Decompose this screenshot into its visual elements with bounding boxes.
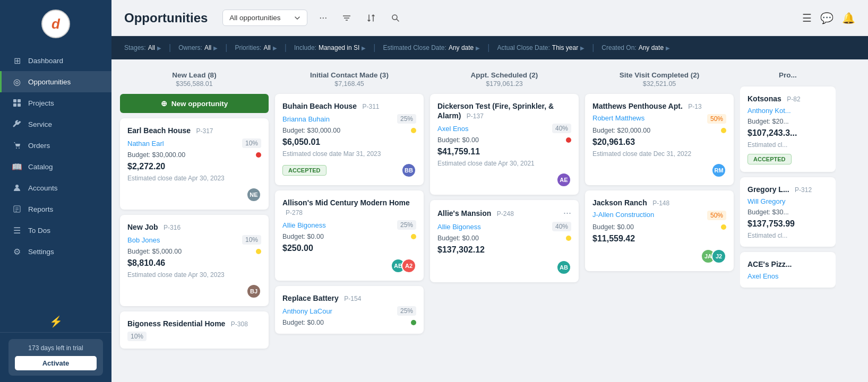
card-contact[interactable]: Nathan Earl (127, 140, 164, 147)
sidebar-item-accounts[interactable]: Accounts (0, 177, 111, 198)
card-amount: $8,810.46 (127, 258, 261, 268)
sidebar-item-projects[interactable]: Projects (0, 92, 111, 114)
card-budget: Budget: $30,000.00 (282, 127, 340, 134)
card-budget: Budget: $0.00 (282, 319, 324, 326)
sidebar-item-label: Reports (28, 205, 53, 213)
card-contact[interactable]: Anthony Kot... (747, 107, 828, 115)
card-aces-pizza: ACE's Pizz... Axel Enos (740, 252, 836, 288)
sidebar-item-reports[interactable]: Reports (0, 198, 111, 220)
avatar: AB (556, 260, 571, 275)
opportunities-icon: ◎ (12, 77, 22, 86)
service-icon (12, 119, 22, 129)
main-area: Opportunities All opportunities ··· ☰ 💬 … (111, 0, 868, 382)
svg-point-5 (19, 147, 20, 149)
search-icon (391, 13, 400, 23)
bell-icon[interactable]: 🔔 (842, 12, 855, 24)
card-budget: Budget: $30... (747, 209, 828, 216)
dashboard-icon: ⊞ (12, 56, 22, 65)
card-budget: Budget: $20... (747, 118, 828, 125)
avatar: RM (711, 163, 726, 178)
avatars: BJ (246, 284, 261, 299)
card-title: Jackson Ranch (592, 198, 647, 207)
filter-chip-created-on[interactable]: Created On: Any date ▶ (597, 42, 674, 54)
filter-chip-priorities[interactable]: Priorities: All ▶ (230, 42, 281, 54)
sidebar-item-service[interactable]: Service (0, 114, 111, 135)
card-amount: $107,243.3... (747, 128, 828, 138)
col-amount: $179,061.23 (430, 80, 579, 88)
kanban-area: New Lead (8) $356,588.01 ⊕ New opportuni… (111, 59, 868, 382)
card-title: Allison's Mid Century Modern Home (282, 198, 410, 207)
sort-button[interactable] (363, 11, 379, 25)
card-allison-mid-century: Allison's Mid Century Modern Home P-278 … (275, 190, 424, 281)
sidebar-item-catalog[interactable]: 📖 Catalog (0, 156, 111, 177)
avatars: AB (556, 260, 571, 275)
card-contact[interactable]: Will Gregory (747, 197, 828, 205)
col-amount: $32,521.05 (585, 80, 734, 88)
card-title: New Job (127, 223, 158, 231)
kanban-col-new-lead: New Lead (8) $356,588.01 ⊕ New opportuni… (120, 68, 269, 374)
card-amount: $250.00 (282, 244, 416, 253)
card-contact[interactable]: Robert Matthews (592, 114, 644, 124)
card-budget: Budget: $0.00 (437, 235, 479, 242)
avatars: AB A2 (391, 258, 416, 273)
filter-chip-stages[interactable]: Stages: All ▶ (120, 42, 166, 54)
card-id: P-82 (787, 96, 800, 103)
card-contact[interactable]: Brianna Buhain (282, 115, 330, 123)
card-title: Kotsonas (747, 94, 781, 103)
card-id: P-311 (362, 103, 379, 110)
card-pct: 50% (707, 211, 726, 220)
opportunities-filter-dropdown[interactable]: All opportunities (222, 10, 307, 26)
col-header-initial-contact: Initial Contact Made (3) $7,168.45 (275, 68, 424, 89)
filter-button[interactable] (339, 11, 355, 25)
card-contact[interactable]: J-Allen Construction (592, 211, 654, 220)
col-title: Pro... (740, 71, 836, 79)
filter-chip-actual-close[interactable]: Actual Close Date: This year ▶ (493, 42, 589, 54)
card-title: Buhain Beach House (282, 102, 357, 110)
card-amount: $2,272.20 (127, 162, 261, 171)
card-contact[interactable]: Bob Jones (127, 236, 160, 244)
filter-chip-owners[interactable]: Owners: All ▶ (174, 42, 222, 54)
card-kotsonas: Kotsonas P-82 Anthony Kot... Budget: $20… (740, 86, 836, 172)
card-title: Bigoness Residential Home (127, 319, 225, 328)
card-id: P-248 (497, 210, 514, 218)
filter-chip-est-close[interactable]: Estimated Close Date: Any date ▶ (379, 42, 484, 54)
sidebar: d ⊞ Dashboard ◎ Opportunities Projects S… (0, 0, 111, 382)
activate-button[interactable]: Activate (15, 356, 97, 370)
svg-point-6 (15, 185, 19, 188)
card-contact[interactable]: Anthony LaCour (282, 307, 332, 315)
card-pct: 10% (242, 138, 261, 148)
more-options-button[interactable]: ··· (316, 10, 330, 25)
settings-icon: ⚙ (12, 247, 22, 256)
avatar: NE (246, 187, 261, 202)
card-budget: Budget: $0.00 (592, 223, 634, 231)
card-date: Estimated cl... (747, 232, 828, 239)
col-amount: $7,168.45 (275, 80, 424, 88)
card-contact[interactable]: Axel Enos (747, 272, 828, 280)
card-menu-icon[interactable]: ··· (563, 207, 571, 219)
sidebar-item-settings[interactable]: ⚙ Settings (0, 241, 111, 262)
menu-icon[interactable]: ☰ (802, 12, 812, 24)
avatar: BB (401, 163, 416, 178)
status-dot (256, 249, 261, 254)
card-id: P-154 (344, 295, 361, 302)
search-button[interactable] (388, 11, 403, 25)
card-contact[interactable]: Allie Bigoness (437, 223, 481, 231)
card-buhain-beach-house: Buhain Beach House P-311 Brianna Buhain … (275, 94, 424, 185)
sidebar-item-label: Dashboard (28, 57, 63, 65)
card-pct: 25% (397, 220, 416, 230)
new-opp-label: New opportunity (171, 100, 228, 108)
new-opportunity-button[interactable]: ⊕ New opportunity (120, 94, 269, 113)
lightning-icon: ⚡ (0, 311, 111, 332)
sidebar-item-opportunities[interactable]: ◎ Opportunities (0, 71, 111, 92)
card-contact[interactable]: Axel Enos (437, 125, 469, 133)
sidebar-item-todos[interactable]: ☰ To Dos (0, 220, 111, 241)
card-contact[interactable]: Allie Bigoness (282, 221, 326, 229)
sidebar-item-orders[interactable]: Orders (0, 135, 111, 156)
filter-chip-include[interactable]: Include: Managed in SI ▶ (290, 42, 370, 54)
sidebar-item-dashboard[interactable]: ⊞ Dashboard (0, 50, 111, 71)
card-amount: $41,759.11 (437, 147, 571, 157)
card-allies-mansion: Allie's Mansion P-248 ··· Allie Bigoness… (430, 200, 579, 282)
chat-icon[interactable]: 💬 (820, 12, 833, 24)
card-id: P-312 (795, 186, 812, 194)
topbar-right: ☰ 💬 🔔 (802, 12, 855, 24)
